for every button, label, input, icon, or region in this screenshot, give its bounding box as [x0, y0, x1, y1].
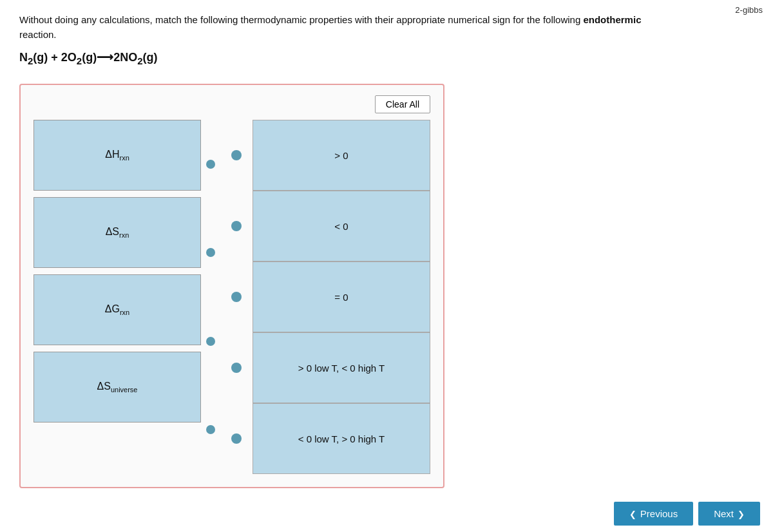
- answer-box-4[interactable]: > 0 low T, < 0 high T: [253, 332, 430, 403]
- property-label-dh: ΔHrxn: [105, 149, 129, 162]
- answer-text-3: = 0: [334, 292, 348, 303]
- matching-area: ΔHrxn ΔSrxn ΔGrxn ΔSuniverse: [33, 120, 430, 474]
- chevron-right-icon: [738, 508, 745, 519]
- reaction-formula: N2(g) + 2O2(g)⟶2NO2(g): [19, 50, 158, 66]
- left-dots-column: [201, 120, 220, 474]
- answer-text-5: < 0 low T, > 0 high T: [298, 433, 385, 444]
- connector-dot-3: [206, 337, 215, 346]
- connector-dot-4: [206, 425, 215, 434]
- question-intro: Without doing any calculations, match th…: [19, 14, 580, 25]
- properties-column: ΔHrxn ΔSrxn ΔGrxn ΔSuniverse: [33, 120, 201, 474]
- answers-column: > 0 < 0 = 0 > 0 low T, < 0 high T < 0 lo…: [253, 120, 430, 474]
- connector-column: [220, 120, 253, 474]
- property-label-dg: ΔGrxn: [105, 303, 129, 316]
- answer-text-4: > 0 low T, < 0 high T: [298, 363, 385, 374]
- answer-box-5[interactable]: < 0 low T, > 0 high T: [253, 403, 430, 474]
- question-text: Without doing any calculations, match th…: [19, 13, 644, 42]
- previous-button[interactable]: Previous: [614, 502, 693, 526]
- answer-box-2[interactable]: < 0: [253, 191, 430, 261]
- property-box-dg[interactable]: ΔGrxn: [33, 274, 201, 345]
- clear-all-row: Clear All: [33, 95, 430, 113]
- property-label-ds-universe: ΔSuniverse: [97, 381, 138, 394]
- property-box-ds-universe[interactable]: ΔSuniverse: [33, 352, 201, 423]
- next-button[interactable]: Next: [698, 502, 760, 526]
- chevron-left-icon: [629, 508, 636, 519]
- right-connector-dot-5: [231, 433, 242, 444]
- answer-text-2: < 0: [334, 221, 348, 232]
- right-connector-dot-1: [231, 150, 242, 160]
- page-id: 2-gibbs: [735, 5, 763, 15]
- connector-dot-2: [206, 248, 215, 257]
- clear-all-button[interactable]: Clear All: [375, 95, 430, 113]
- connector-dot-1: [206, 160, 215, 169]
- right-connector-dot-3: [231, 292, 242, 302]
- navigation-bar: Previous Next: [614, 502, 760, 526]
- property-box-ds[interactable]: ΔSrxn: [33, 197, 201, 268]
- answer-text-1: > 0: [334, 150, 348, 161]
- answer-box-3[interactable]: = 0: [253, 261, 430, 332]
- next-label: Next: [714, 508, 734, 519]
- right-connector-dot-2: [231, 221, 242, 231]
- property-label-ds: ΔSrxn: [106, 226, 129, 239]
- right-connector-dot-4: [231, 363, 242, 373]
- matching-container: Clear All ΔHrxn ΔSrxn ΔGrxn: [19, 84, 444, 488]
- question-bold-word: endothermic: [583, 14, 641, 25]
- property-box-dh[interactable]: ΔHrxn: [33, 120, 201, 191]
- answer-box-1[interactable]: > 0: [253, 120, 430, 191]
- question-end: reaction.: [19, 29, 57, 40]
- previous-label: Previous: [640, 508, 678, 519]
